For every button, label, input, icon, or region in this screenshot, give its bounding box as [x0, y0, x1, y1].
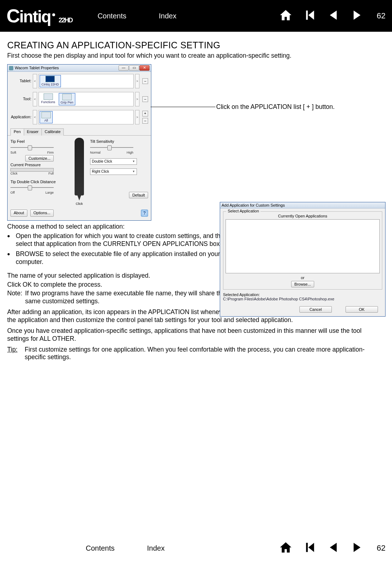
app-remove-button[interactable]: –	[142, 118, 148, 124]
home-icon[interactable]	[279, 8, 293, 23]
right-click-value: Right Click	[92, 169, 109, 174]
dbl-click-label: Tip Double Click Distance	[10, 180, 68, 185]
index-link-bottom[interactable]: Index	[147, 544, 165, 552]
tablet-strip: Cintiq 22HD	[39, 74, 134, 88]
wacom-titlebar: Wacom Tablet Properties — ▭ ✕	[8, 65, 151, 72]
method-browse-text: BROWSE to select the executable file of …	[16, 250, 238, 266]
add-application-dialog: Add Application for Custom Settings Sele…	[220, 202, 386, 317]
all-thumb-icon	[41, 112, 51, 118]
first-page-icon[interactable]	[303, 8, 316, 23]
nav-icons: 62	[279, 8, 386, 23]
prev-page-icon[interactable]	[326, 541, 340, 556]
tilt-high: High	[126, 151, 133, 155]
figure-row: Wacom Tablet Properties — ▭ ✕ Tablet: < …	[7, 64, 385, 221]
add-dlg-titlebar: Add Application for Custom Settings	[220, 202, 385, 208]
tablet-scroll-right[interactable]: >	[135, 74, 139, 88]
close-button[interactable]: ✕	[139, 65, 150, 71]
double-click-combo[interactable]: Double Click▼	[90, 158, 137, 165]
tip-row: Tip: First customize settings for one ap…	[7, 346, 385, 362]
maximize-button[interactable]: ▭	[129, 65, 139, 71]
t: to select the executable file of any app…	[16, 250, 220, 265]
page-number-top: 62	[377, 11, 386, 21]
tool-scroll-left[interactable]: <	[33, 92, 37, 106]
prev-page-icon[interactable]	[326, 8, 340, 23]
dbl-off: Off	[10, 191, 15, 195]
once-para: Once you have created application-specif…	[7, 327, 385, 343]
customize-button[interactable]: Customize...	[25, 155, 54, 162]
tab-calibrate[interactable]: Calibrate	[41, 128, 64, 136]
dbl-click-slider[interactable]	[10, 185, 54, 190]
app-scroll-right[interactable]: >	[135, 110, 139, 124]
wacom-properties-window: Wacom Tablet Properties — ▭ ✕ Tablet: < …	[7, 64, 151, 221]
next-page-icon[interactable]	[350, 541, 364, 556]
note-label: Note:	[7, 290, 22, 305]
tip-feel-ends: Soft Firm	[10, 151, 54, 155]
navbar-links-bottom: Contents Index	[86, 544, 165, 552]
default-button[interactable]: Default	[129, 192, 148, 198]
tab-pen[interactable]: Pen	[10, 128, 24, 136]
cancel-button[interactable]: Cancel	[299, 306, 332, 313]
t: O	[143, 240, 148, 247]
index-link[interactable]: Index	[159, 12, 177, 20]
help-icon[interactable]: ?	[141, 210, 148, 217]
app-item-all[interactable]: All	[40, 111, 53, 123]
tool-item-functions[interactable]: Functions	[40, 93, 57, 105]
tip-feel-firm: Firm	[47, 151, 54, 155]
tablet-thumb-icon	[45, 76, 55, 82]
tablet-row: Tablet: < Cintiq 22HD > –	[10, 74, 148, 88]
tip-feel-label: Tip Feel	[10, 139, 68, 144]
contents-link-bottom[interactable]: Contents	[86, 544, 115, 552]
contents-link[interactable]: Contents	[98, 12, 126, 20]
app-add-button[interactable]: +	[142, 111, 148, 116]
method-open-app: Open the application for which you want …	[7, 232, 238, 248]
tablet-remove-button[interactable]: –	[142, 78, 148, 84]
t: THER	[57, 335, 74, 342]
t: PPLICATIONS	[166, 240, 208, 247]
application-label: Application:	[10, 115, 31, 120]
tab-eraser[interactable]: Eraser	[24, 128, 42, 136]
pen-click-label: Click	[76, 202, 83, 206]
functions-thumb-icon	[44, 93, 53, 100]
tablet-scroll-left[interactable]: <	[33, 74, 37, 88]
selected-app-path: C:\Program Files\Adobe\Adobe Photoshop C…	[223, 297, 382, 301]
wacom-bottom-buttons: About Options... ?	[10, 207, 148, 218]
t: box.	[208, 240, 222, 247]
logo: Cintiq 22HD	[6, 6, 72, 25]
tool-remove-button[interactable]: –	[142, 96, 148, 102]
minimize-button[interactable]: —	[119, 65, 129, 71]
app-scroll-left[interactable]: <	[33, 110, 37, 124]
tip-label: Tip:	[7, 346, 18, 362]
intro-text: First choose the pen display and input t…	[7, 52, 385, 60]
cp-click: Click	[10, 172, 18, 176]
tablet-item-cintiq[interactable]: Cintiq 22HD	[40, 75, 61, 87]
select-application-group: Select Application Currently Open Applic…	[223, 211, 382, 290]
tool-label: Tool:	[10, 97, 31, 102]
open-apps-listbox[interactable]	[226, 219, 380, 273]
note-text: If two programs have the same executable…	[25, 290, 238, 305]
next-page-icon[interactable]	[350, 8, 364, 23]
t: B	[16, 250, 20, 257]
right-click-combo[interactable]: Right Click▼	[90, 168, 137, 175]
home-icon[interactable]	[279, 541, 293, 556]
first-page-icon[interactable]	[303, 541, 316, 556]
double-click-value: Double Click	[92, 159, 112, 164]
chevron-down-icon: ▼	[132, 170, 135, 173]
tip-feel-slider[interactable]	[10, 145, 54, 150]
app-item-label: All	[44, 119, 48, 123]
tool-item-label: Grip Pen	[61, 101, 74, 105]
pen-illustration-icon	[75, 138, 84, 195]
browse-button[interactable]: Browse...	[291, 281, 314, 287]
tip-feel-soft: Soft	[10, 151, 16, 155]
cp-full: Full	[48, 172, 54, 176]
top-navbar: Cintiq 22HD Contents Index 62	[0, 0, 392, 32]
or-label: or	[226, 276, 380, 280]
options-button[interactable]: Options...	[30, 210, 54, 217]
current-pressure-label: Current Pressure	[10, 163, 68, 168]
about-button[interactable]: About	[10, 210, 27, 217]
tip-text: First customize settings for one applica…	[25, 346, 385, 362]
tool-item-grippen[interactable]: Grip Pen	[59, 93, 75, 105]
logo-dot-icon	[52, 13, 55, 16]
ok-button[interactable]: OK	[346, 306, 378, 313]
tool-scroll-right[interactable]: >	[135, 92, 139, 106]
tilt-slider[interactable]	[90, 145, 133, 150]
